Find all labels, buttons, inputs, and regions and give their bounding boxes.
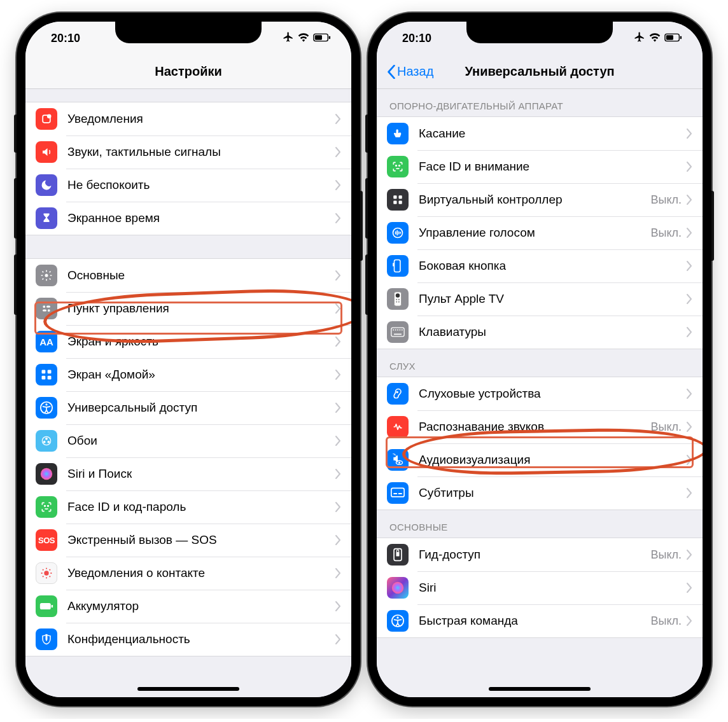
svg-rect-12 xyxy=(42,376,46,380)
settings-row-exposure[interactable]: Уведомления о контакте xyxy=(25,557,351,590)
settings-row-switch-control[interactable]: Виртуальный контроллерВыкл. xyxy=(377,183,703,216)
airplane-icon xyxy=(634,31,645,46)
battery-icon xyxy=(313,32,331,45)
faceid-attn-icon xyxy=(387,156,409,177)
row-label: Пульт Apple TV xyxy=(419,292,687,306)
svg-point-39 xyxy=(396,293,400,297)
svg-point-61 xyxy=(396,616,398,618)
settings-row-battery[interactable]: Аккумулятор xyxy=(25,590,351,623)
svg-point-21 xyxy=(45,506,46,507)
settings-row-sos[interactable]: SOSЭкстренный вызов — SOS xyxy=(25,524,351,557)
settings-row-faceid[interactable]: Face ID и код-пароль xyxy=(25,490,351,524)
row-label: Конфиденциальность xyxy=(67,632,335,646)
svg-rect-37 xyxy=(393,263,394,267)
settings-row-touch[interactable]: Касание xyxy=(377,117,703,150)
settings-row-guided-access[interactable]: Гид-доступВыкл. xyxy=(377,538,703,571)
settings-row-siri[interactable]: Siri xyxy=(377,571,703,604)
touch-icon xyxy=(387,123,409,144)
keyboard-icon xyxy=(387,321,409,343)
svg-rect-1 xyxy=(329,36,330,39)
settings-row-wallpaper[interactable]: Обои xyxy=(25,424,351,457)
accessibility-content[interactable]: ОПОРНО-ДВИГАТЕЛЬНЫЙ АППАРАТ КасаниеFace … xyxy=(377,89,703,697)
control-center-icon xyxy=(36,298,57,319)
row-value: Выкл. xyxy=(650,614,682,628)
accessibility-icon xyxy=(36,397,57,419)
svg-rect-13 xyxy=(48,376,52,380)
home-indicator[interactable] xyxy=(137,687,239,691)
settings-row-notifications[interactable]: Уведомления xyxy=(25,102,351,135)
svg-rect-49 xyxy=(402,330,403,331)
settings-row-voice-control[interactable]: Управление голосомВыкл. xyxy=(377,216,703,249)
hearing-icon xyxy=(387,383,409,405)
switch-control-icon xyxy=(387,189,409,211)
svg-rect-32 xyxy=(399,195,402,198)
svg-point-29 xyxy=(396,165,397,167)
svg-point-43 xyxy=(398,302,400,303)
guided-access-icon xyxy=(387,544,409,566)
svg-point-59 xyxy=(392,582,403,594)
svg-point-40 xyxy=(396,299,397,300)
row-label: Пункт управления xyxy=(67,302,335,316)
settings-row-keyboard[interactable]: Клавиатуры xyxy=(377,316,703,349)
svg-rect-48 xyxy=(400,330,401,331)
svg-point-41 xyxy=(398,299,400,300)
home-indicator[interactable] xyxy=(489,687,591,691)
svg-point-23 xyxy=(44,571,48,575)
settings-row-privacy[interactable]: Конфиденциальность xyxy=(25,623,351,656)
exposure-icon xyxy=(36,562,57,584)
settings-row-general[interactable]: Основные xyxy=(25,259,351,292)
row-label: Звуки, тактильные сигналы xyxy=(67,145,335,159)
sounds-icon xyxy=(36,141,57,163)
row-label: Клавиатуры xyxy=(419,325,687,339)
settings-row-faceid-attn[interactable]: Face ID и внимание xyxy=(377,150,703,183)
row-label: Гид-доступ xyxy=(419,548,650,562)
row-label: Не беспокоить xyxy=(67,178,335,192)
svg-rect-56 xyxy=(398,493,402,494)
settings-row-side-button[interactable]: Боковая кнопка xyxy=(377,249,703,282)
row-label: Универсальный доступ xyxy=(67,401,335,415)
page-title: Настройки xyxy=(155,64,222,79)
apple-tv-icon xyxy=(387,288,409,310)
dnd-icon xyxy=(36,174,57,196)
settings-row-display[interactable]: AAЭкран и яркость xyxy=(25,325,351,358)
settings-row-control-center[interactable]: Пункт управления xyxy=(25,292,351,325)
settings-row-hearing[interactable]: Слуховые устройства xyxy=(377,377,703,410)
svg-rect-31 xyxy=(393,195,396,198)
sound-recognition-icon xyxy=(387,416,409,438)
settings-row-apple-tv[interactable]: Пульт Apple TV xyxy=(377,282,703,316)
settings-row-subtitles[interactable]: Субтитры xyxy=(377,476,703,510)
phone-left: 20:10 Настройки УведомленияЗвуки, тактил… xyxy=(17,13,360,706)
settings-row-screentime[interactable]: Экранное время xyxy=(25,202,351,235)
side-button-icon xyxy=(387,255,409,277)
settings-row-dnd[interactable]: Не беспокоить xyxy=(25,169,351,202)
voice-control-icon xyxy=(387,222,409,244)
settings-row-audio-visual[interactable]: Аудиовизуализация xyxy=(377,443,703,476)
settings-row-sounds[interactable]: Звуки, тактильные сигналы xyxy=(25,135,351,169)
notch xyxy=(115,22,262,43)
svg-rect-54 xyxy=(391,488,404,497)
settings-row-sound-recognition[interactable]: Распознавание звуковВыкл. xyxy=(377,410,703,443)
svg-point-5 xyxy=(45,274,48,277)
settings-row-home-screen[interactable]: Экран «Домой» xyxy=(25,358,351,391)
settings-row-siri[interactable]: Siri и Поиск xyxy=(25,457,351,490)
settings-row-accessibility[interactable]: Универсальный доступ xyxy=(25,391,351,424)
section-header-hearing: СЛУХ xyxy=(377,349,703,377)
back-button[interactable]: Назад xyxy=(387,64,433,79)
settings-row-shortcut[interactable]: Быстрая командаВыкл. xyxy=(377,604,703,637)
row-label: Siri и Поиск xyxy=(67,467,335,481)
status-time: 20:10 xyxy=(51,32,80,45)
nav-bar-accessibility: Назад Универсальный доступ xyxy=(377,55,703,89)
settings-content[interactable]: УведомленияЗвуки, тактильные сигналыНе б… xyxy=(25,89,351,697)
row-label: Экстренный вызов — SOS xyxy=(67,533,335,547)
page-title: Универсальный доступ xyxy=(465,64,614,79)
svg-point-20 xyxy=(41,468,52,480)
shortcut-icon xyxy=(387,610,409,632)
svg-point-4 xyxy=(47,115,52,119)
svg-rect-10 xyxy=(42,370,46,374)
row-label: Экран «Домой» xyxy=(67,368,335,382)
nav-bar-settings: Настройки xyxy=(25,55,351,89)
sos-icon: SOS xyxy=(36,529,57,551)
svg-rect-24 xyxy=(40,603,51,609)
row-label: Касание xyxy=(419,127,687,141)
battery-icon xyxy=(36,595,57,617)
